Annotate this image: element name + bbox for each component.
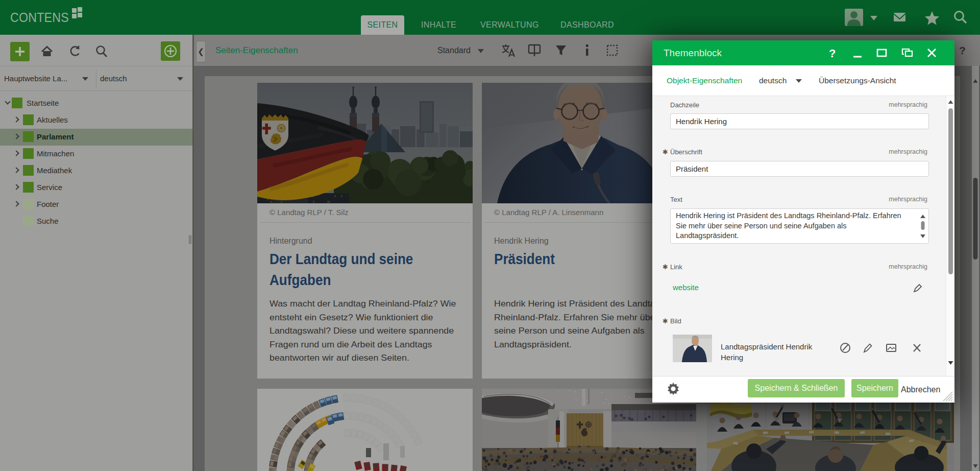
- svg-text:?: ?: [829, 47, 836, 60]
